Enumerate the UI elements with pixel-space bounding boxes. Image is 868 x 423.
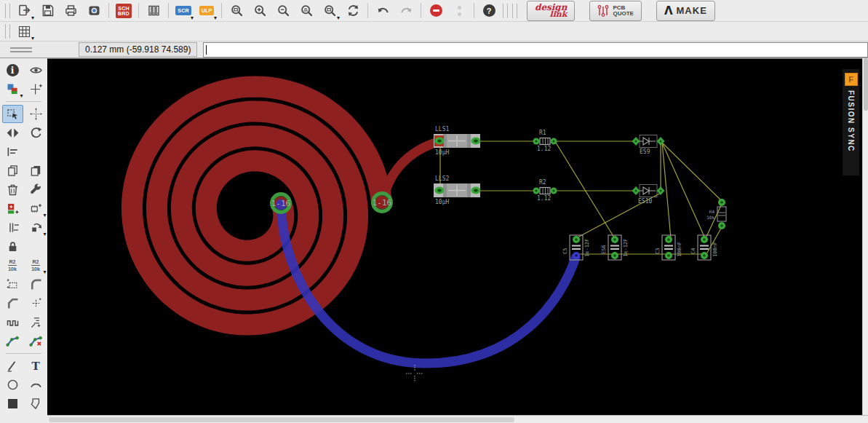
history-dots-button[interactable] xyxy=(449,1,469,20)
ref-label: ES9 xyxy=(640,149,650,155)
value-label: 100nF xyxy=(712,242,718,257)
split-button[interactable] xyxy=(25,313,47,331)
add-part-button[interactable] xyxy=(2,199,23,218)
ripup-button[interactable] xyxy=(25,332,47,350)
undo-button[interactable] xyxy=(373,1,393,20)
replace-button[interactable] xyxy=(2,218,23,237)
pinswap-button[interactable]: ▾ xyxy=(25,199,47,218)
miter-straight-button[interactable] xyxy=(2,294,23,312)
polygon-button[interactable] xyxy=(25,395,47,413)
value-label: 10k xyxy=(706,215,714,220)
ref-label: R1 xyxy=(539,130,546,136)
copy-button[interactable] xyxy=(2,162,23,180)
group-select-button[interactable] xyxy=(2,105,23,123)
ref-label: R2 xyxy=(539,179,546,186)
ref-label: ES6 xyxy=(601,245,607,254)
sch-brd-toggle-button[interactable]: SCH BRD xyxy=(114,1,134,20)
paste-button[interactable] xyxy=(25,162,47,180)
horizontal-scrollbar-thumb[interactable] xyxy=(49,417,514,422)
main-toolbar: ▾SCH BRDSCR▾ULP▾▾ design link PCB QUOTE … xyxy=(0,0,868,22)
pcb-quote-label: PCB QUOTE xyxy=(613,5,633,17)
run-ulp-button[interactable]: ULP▾ xyxy=(196,1,217,20)
grid-toolbar: ▾ xyxy=(0,22,868,41)
zoom-redraw-button[interactable]: ▾ xyxy=(319,1,340,20)
eagle-board-editor-window: ▾SCH BRDSCR▾ULP▾▾ design link PCB QUOTE … xyxy=(0,0,868,423)
value-label: 1.12 xyxy=(537,195,551,202)
value-label: 1e-12F xyxy=(623,239,629,257)
zoom-fit-button[interactable] xyxy=(226,1,247,20)
value-label: 1.12 xyxy=(537,146,551,152)
miter-round-button[interactable] xyxy=(25,275,47,293)
rotate-button[interactable] xyxy=(25,124,47,142)
value-button[interactable]: R210k▾ xyxy=(25,256,47,274)
move-button[interactable] xyxy=(25,105,47,123)
circle-button[interactable] xyxy=(2,376,23,394)
text-caret xyxy=(206,45,207,55)
status-bar: 0.127 mm (-59.918 74.589) xyxy=(0,41,868,58)
scrollbar-corner xyxy=(0,415,47,423)
mark-origin-button[interactable] xyxy=(25,294,47,312)
grid-button[interactable]: ▾ xyxy=(14,22,34,41)
route-button[interactable] xyxy=(2,332,23,350)
ref-label: C5 xyxy=(562,248,568,254)
meander-button[interactable] xyxy=(2,313,23,331)
layer-settings-button[interactable]: ▾ xyxy=(2,80,23,98)
pad-label: 1-16 xyxy=(271,199,291,208)
ref-label: C4 xyxy=(690,248,696,254)
info-button[interactable] xyxy=(2,61,23,79)
fusion-sync-tab[interactable]: F FUSION SYNC xyxy=(843,69,859,175)
help-button[interactable] xyxy=(479,1,499,20)
left-tool-palette: ▾▾▾R210kR210k▾T xyxy=(0,58,47,423)
statusbar-grip-handle[interactable] xyxy=(10,47,32,52)
zoom-select-button[interactable] xyxy=(296,1,316,20)
arc-button[interactable] xyxy=(25,376,47,394)
value-label: 100nF xyxy=(677,242,682,257)
command-input[interactable] xyxy=(203,42,868,58)
value-label: 10µH xyxy=(435,149,449,156)
pcb-quote-button[interactable]: PCB QUOTE xyxy=(589,1,641,21)
horizontal-scrollbar[interactable] xyxy=(47,415,868,423)
open-export-button[interactable]: ▾ xyxy=(14,1,34,20)
vertical-scrollbar[interactable] xyxy=(862,58,868,415)
pcb-quote-icon xyxy=(597,4,609,17)
delete-button[interactable] xyxy=(2,181,23,199)
redo-button[interactable] xyxy=(396,1,416,20)
ref-label: ES10 xyxy=(638,198,652,205)
fusion-icon: F xyxy=(845,73,858,86)
name-button[interactable]: R210k xyxy=(2,256,23,274)
paste-array-button[interactable] xyxy=(2,275,23,293)
align-button[interactable] xyxy=(2,143,23,161)
pad-label: 1-16 xyxy=(373,198,392,207)
show-button[interactable] xyxy=(25,61,47,79)
board-canvas[interactable]: LLS1 10µH LLS2 10µH xyxy=(47,58,862,415)
rotate-group-button[interactable]: ▾ xyxy=(25,218,47,237)
value-label: 10µH xyxy=(435,199,449,205)
text-button[interactable]: T xyxy=(25,357,47,375)
stop-button[interactable] xyxy=(426,1,446,20)
rect-button[interactable] xyxy=(2,395,23,413)
export-image-button[interactable] xyxy=(84,1,104,20)
wire-button[interactable] xyxy=(2,357,23,375)
library-button[interactable] xyxy=(143,1,164,20)
ref-label: C3 xyxy=(655,248,661,254)
vertical-scrollbar-thumb[interactable] xyxy=(864,58,868,111)
coordinate-display: 0.127 mm (-59.918 74.589) xyxy=(79,42,197,57)
ref-label: R4 xyxy=(709,209,715,214)
save-button[interactable] xyxy=(37,1,57,20)
make-button[interactable]: Λ MAKE xyxy=(656,1,715,21)
zoom-in-button[interactable] xyxy=(250,1,270,20)
lock-button[interactable] xyxy=(2,237,23,256)
zoom-out-button[interactable] xyxy=(273,1,293,20)
design-link-label: design link xyxy=(535,4,567,17)
value-label: 1e-12F xyxy=(584,239,590,257)
ref-label: LLS2 xyxy=(435,175,449,182)
make-label: MAKE xyxy=(677,5,707,16)
print-button[interactable] xyxy=(60,1,81,20)
fusion-sync-label: FUSION SYNC xyxy=(847,90,855,152)
mirror-button[interactable] xyxy=(2,124,23,142)
design-link-button[interactable]: design link xyxy=(527,1,575,21)
change-button[interactable] xyxy=(25,181,47,199)
mark-button[interactable] xyxy=(25,80,47,98)
refresh-button[interactable] xyxy=(343,1,363,20)
run-script-button[interactable]: SCR▾ xyxy=(173,1,194,20)
